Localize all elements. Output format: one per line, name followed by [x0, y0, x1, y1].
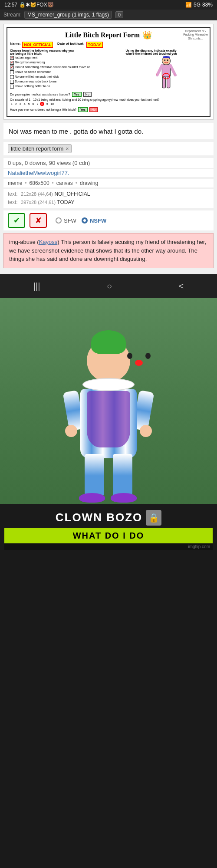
what-do-row: WHAT DO I DO: [4, 528, 213, 543]
action-row: ✔ ✘ SFW NSFW: [3, 210, 214, 230]
clown-eye-right: [145, 353, 151, 359]
form-name-row: Name: NOI_OFFICIAL Date of butthurt: TOD…: [10, 42, 207, 48]
clown-hand-right: [140, 425, 152, 437]
menu-nav-button[interactable]: |||: [25, 279, 49, 294]
checkbox-3: ✓ I found something offensive online and…: [10, 66, 124, 69]
stats-row: 0 ups, 0 downs, 90 views (0 cdn): [3, 158, 214, 168]
stream-name[interactable]: MS_memer_group (1 imgs, 1 flags): [24, 11, 112, 19]
back-icon: <: [179, 281, 184, 291]
crown-icon: 👑: [142, 30, 152, 40]
clown-eye-left: [127, 353, 132, 359]
checkbox-label-3: I found something offensive online and c…: [15, 66, 90, 69]
yes-button[interactable]: Yes: [72, 92, 82, 97]
username[interactable]: NatalietheMewtwogirl77.: [8, 170, 69, 176]
reject-button[interactable]: ✘: [30, 213, 47, 228]
scale-1: 1: [10, 102, 13, 106]
choose-section-title: Choose from the following reasons why yo…: [10, 49, 124, 55]
scale-7: 7: [36, 102, 39, 106]
clown-name-row: CLOWN BOZO 🔒: [4, 507, 213, 528]
meta-dot-3: •: [76, 180, 77, 186]
rating-group: SFW NSFW: [56, 217, 106, 224]
checkbox-checked-icon: ✓: [10, 61, 14, 65]
checkbox-2: ✓ My opinion was wrong: [10, 61, 124, 65]
text-coords-2: 397x28 (244,61): [21, 200, 56, 205]
clown-bottom: CLOWN BOZO 🔒 WHAT DO I DO imgflip.com: [0, 504, 217, 550]
no-button[interactable]: No: [83, 92, 92, 97]
clown-background: CLOWN BOZO 🔒 WHAT DO I DO imgflip.com: [0, 298, 217, 550]
tag-label: little bitch report form: [11, 145, 63, 152]
meta-dimensions: 686x500: [30, 180, 49, 186]
clown-shoe-left: [79, 493, 105, 503]
meta-type: meme: [8, 180, 22, 186]
svg-point-8: [164, 59, 165, 61]
sfw-radio[interactable]: [56, 217, 62, 224]
text-value-1: NOI_OFFICIAL: [54, 191, 90, 197]
checkbox-label-1: lost an argument: [15, 56, 37, 59]
tag-close-button[interactable]: ×: [66, 146, 69, 152]
menu-icon: |||: [33, 281, 40, 291]
meta-format: canvas: [56, 180, 73, 186]
approve-icon: ✔: [13, 216, 20, 225]
meta-kind: drawing: [80, 180, 98, 186]
text-label-1: text:: [8, 191, 18, 197]
comment-text: Noi was mean to me . gotta do what I got…: [9, 128, 143, 135]
radio-inner: [83, 219, 86, 222]
comment-box: Noi was mean to me . gotta do what I got…: [3, 123, 214, 139]
clown-figure: [56, 339, 161, 504]
user-link[interactable]: NatalietheMewtwogirl77.: [3, 169, 214, 177]
text-detection-2: text: 397x28 (244,61) TODAY: [8, 198, 209, 207]
checkbox-label-7: I have nothing better to do: [15, 85, 50, 88]
no2-button[interactable]: No: [89, 107, 98, 112]
svg-rect-6: [163, 57, 170, 58]
report-link[interactable]: Kayoss: [39, 239, 58, 245]
stream-zero: 0: [115, 11, 123, 18]
status-bar: 12:57 🔒✱🐱FOX🐻 📶 5G 88%: [0, 0, 217, 10]
text-value-2: TODAY: [57, 199, 74, 205]
home-nav-button[interactable]: ○: [98, 279, 121, 294]
sfw-option[interactable]: SFW: [56, 217, 76, 224]
form-main: Choose from the following reasons why yo…: [10, 49, 207, 91]
approve-button[interactable]: ✔: [8, 213, 25, 228]
report-box: img-abuse (Kayoss) This person is falsel…: [3, 233, 214, 268]
checkbox-unchecked-icon: [10, 80, 14, 84]
date-value: TODAY: [86, 42, 103, 48]
clown-hand-left: [65, 425, 77, 437]
imgflip-label: imgflip.com: [188, 544, 210, 549]
nsfw-radio[interactable]: [82, 217, 88, 224]
network-icon: 📶: [185, 2, 192, 8]
battery-label: 88%: [202, 2, 213, 8]
status-right: 📶 5G 88%: [185, 2, 213, 8]
checkbox-7: I have nothing better to do: [10, 85, 124, 89]
svg-text:→: →: [154, 72, 158, 76]
clown-collar: [82, 378, 135, 391]
back-nav-button[interactable]: <: [170, 279, 193, 294]
bottom-nav: ||| ○ <: [0, 274, 217, 298]
what-do-text: WHAT DO I DO: [73, 531, 145, 540]
medical-row: Do you require medical assistance / tiss…: [10, 92, 207, 97]
checkbox-5: No one will let me suck their dick: [10, 75, 124, 79]
signal-label: 5G: [194, 2, 201, 8]
text-detection-1: text: 212x28 (44,64) NOI_OFFICIAL: [8, 190, 209, 198]
yes2-button[interactable]: Yes: [78, 107, 88, 112]
main-content: Little Bitch Report Form 👑 Department of…: [0, 20, 217, 274]
scale-5: 5: [27, 102, 31, 106]
meme-image-box: Little Bitch Report Form 👑 Department of…: [3, 24, 214, 120]
clown-leg-left: [85, 454, 104, 497]
date-label: Date of butthurt:: [57, 42, 85, 46]
checkbox-unchecked-icon: [10, 85, 14, 89]
name-label: Name:: [10, 42, 20, 46]
body-diagram-svg: → ←: [151, 56, 181, 91]
checkbox-1: ✓ lost an argument: [10, 56, 124, 60]
tag-item[interactable]: little bitch report form ×: [8, 144, 72, 153]
clown-nose: [135, 360, 143, 366]
checkbox-6: Someone was rude back to me: [10, 80, 124, 84]
nsfw-option[interactable]: NSFW: [82, 217, 106, 224]
checkbox-checked-icon: ✓: [10, 56, 14, 60]
text-detections: text: 212x28 (44,64) NOI_OFFICIAL text: …: [3, 189, 214, 208]
checkbox-label-5: No one will let me suck their dick: [15, 75, 59, 79]
diagram-section-title: Using the diagram, indicate exactlywhere…: [126, 49, 207, 55]
status-icons: 🔒✱🐱FOX🐻: [19, 2, 54, 8]
scale-10: 10: [49, 102, 55, 106]
lock-icon-box: 🔒: [146, 510, 161, 526]
checkbox-unchecked-icon: [10, 75, 14, 79]
